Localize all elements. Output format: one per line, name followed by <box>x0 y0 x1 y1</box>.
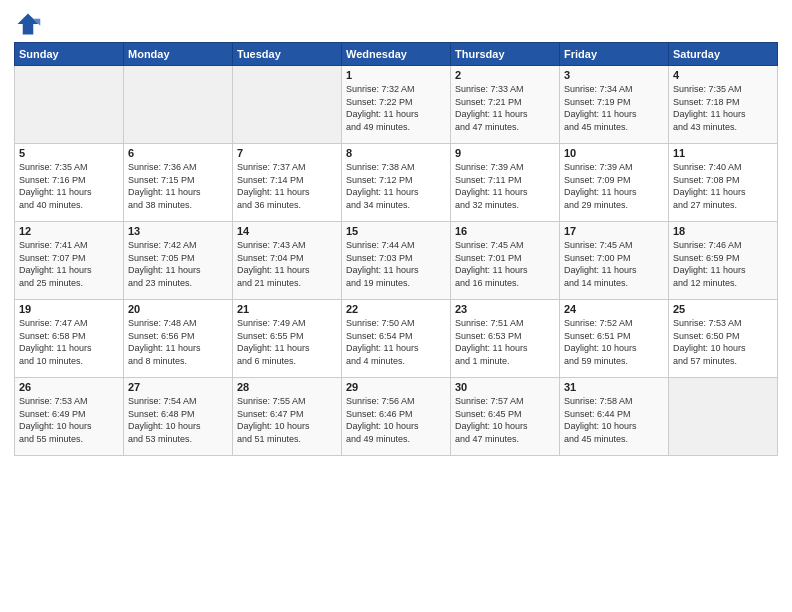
calendar-day: 18Sunrise: 7:46 AMSunset: 6:59 PMDayligh… <box>669 222 778 300</box>
calendar-day: 17Sunrise: 7:45 AMSunset: 7:00 PMDayligh… <box>560 222 669 300</box>
calendar-day: 24Sunrise: 7:52 AMSunset: 6:51 PMDayligh… <box>560 300 669 378</box>
calendar-day: 23Sunrise: 7:51 AMSunset: 6:53 PMDayligh… <box>451 300 560 378</box>
day-number: 5 <box>19 147 119 159</box>
day-number: 6 <box>128 147 228 159</box>
day-info: Sunrise: 7:50 AMSunset: 6:54 PMDaylight:… <box>346 317 446 367</box>
day-info: Sunrise: 7:56 AMSunset: 6:46 PMDaylight:… <box>346 395 446 445</box>
day-number: 4 <box>673 69 773 81</box>
day-info: Sunrise: 7:42 AMSunset: 7:05 PMDaylight:… <box>128 239 228 289</box>
day-number: 11 <box>673 147 773 159</box>
day-info: Sunrise: 7:32 AMSunset: 7:22 PMDaylight:… <box>346 83 446 133</box>
calendar-day: 10Sunrise: 7:39 AMSunset: 7:09 PMDayligh… <box>560 144 669 222</box>
day-info: Sunrise: 7:33 AMSunset: 7:21 PMDaylight:… <box>455 83 555 133</box>
calendar-day: 12Sunrise: 7:41 AMSunset: 7:07 PMDayligh… <box>15 222 124 300</box>
day-number: 23 <box>455 303 555 315</box>
day-info: Sunrise: 7:52 AMSunset: 6:51 PMDaylight:… <box>564 317 664 367</box>
day-number: 26 <box>19 381 119 393</box>
weekday-header-monday: Monday <box>124 43 233 66</box>
svg-marker-0 <box>18 14 39 35</box>
calendar-day: 3Sunrise: 7:34 AMSunset: 7:19 PMDaylight… <box>560 66 669 144</box>
calendar-day <box>124 66 233 144</box>
day-number: 25 <box>673 303 773 315</box>
calendar-week-3: 12Sunrise: 7:41 AMSunset: 7:07 PMDayligh… <box>15 222 778 300</box>
day-number: 10 <box>564 147 664 159</box>
calendar-day: 13Sunrise: 7:42 AMSunset: 7:05 PMDayligh… <box>124 222 233 300</box>
day-number: 24 <box>564 303 664 315</box>
calendar-day: 28Sunrise: 7:55 AMSunset: 6:47 PMDayligh… <box>233 378 342 456</box>
calendar-header: SundayMondayTuesdayWednesdayThursdayFrid… <box>15 43 778 66</box>
day-number: 19 <box>19 303 119 315</box>
calendar-day: 27Sunrise: 7:54 AMSunset: 6:48 PMDayligh… <box>124 378 233 456</box>
day-number: 16 <box>455 225 555 237</box>
day-number: 17 <box>564 225 664 237</box>
calendar-day: 20Sunrise: 7:48 AMSunset: 6:56 PMDayligh… <box>124 300 233 378</box>
day-info: Sunrise: 7:54 AMSunset: 6:48 PMDaylight:… <box>128 395 228 445</box>
weekday-header-sunday: Sunday <box>15 43 124 66</box>
calendar-day: 6Sunrise: 7:36 AMSunset: 7:15 PMDaylight… <box>124 144 233 222</box>
day-info: Sunrise: 7:39 AMSunset: 7:09 PMDaylight:… <box>564 161 664 211</box>
day-number: 7 <box>237 147 337 159</box>
calendar-day <box>15 66 124 144</box>
day-info: Sunrise: 7:53 AMSunset: 6:49 PMDaylight:… <box>19 395 119 445</box>
calendar-day: 8Sunrise: 7:38 AMSunset: 7:12 PMDaylight… <box>342 144 451 222</box>
logo <box>14 10 46 38</box>
day-info: Sunrise: 7:46 AMSunset: 6:59 PMDaylight:… <box>673 239 773 289</box>
day-number: 27 <box>128 381 228 393</box>
day-info: Sunrise: 7:58 AMSunset: 6:44 PMDaylight:… <box>564 395 664 445</box>
calendar-day: 16Sunrise: 7:45 AMSunset: 7:01 PMDayligh… <box>451 222 560 300</box>
weekday-header-thursday: Thursday <box>451 43 560 66</box>
calendar-day: 31Sunrise: 7:58 AMSunset: 6:44 PMDayligh… <box>560 378 669 456</box>
day-number: 18 <box>673 225 773 237</box>
calendar-day: 29Sunrise: 7:56 AMSunset: 6:46 PMDayligh… <box>342 378 451 456</box>
day-number: 20 <box>128 303 228 315</box>
day-number: 9 <box>455 147 555 159</box>
logo-icon <box>14 10 42 38</box>
calendar-week-5: 26Sunrise: 7:53 AMSunset: 6:49 PMDayligh… <box>15 378 778 456</box>
calendar-day: 21Sunrise: 7:49 AMSunset: 6:55 PMDayligh… <box>233 300 342 378</box>
weekday-header-row: SundayMondayTuesdayWednesdayThursdayFrid… <box>15 43 778 66</box>
day-number: 30 <box>455 381 555 393</box>
calendar-day <box>669 378 778 456</box>
day-info: Sunrise: 7:37 AMSunset: 7:14 PMDaylight:… <box>237 161 337 211</box>
day-number: 21 <box>237 303 337 315</box>
day-number: 2 <box>455 69 555 81</box>
day-info: Sunrise: 7:40 AMSunset: 7:08 PMDaylight:… <box>673 161 773 211</box>
calendar-day: 2Sunrise: 7:33 AMSunset: 7:21 PMDaylight… <box>451 66 560 144</box>
day-number: 12 <box>19 225 119 237</box>
weekday-header-tuesday: Tuesday <box>233 43 342 66</box>
day-number: 3 <box>564 69 664 81</box>
day-number: 22 <box>346 303 446 315</box>
day-info: Sunrise: 7:49 AMSunset: 6:55 PMDaylight:… <box>237 317 337 367</box>
day-info: Sunrise: 7:36 AMSunset: 7:15 PMDaylight:… <box>128 161 228 211</box>
day-info: Sunrise: 7:47 AMSunset: 6:58 PMDaylight:… <box>19 317 119 367</box>
calendar-day: 11Sunrise: 7:40 AMSunset: 7:08 PMDayligh… <box>669 144 778 222</box>
day-info: Sunrise: 7:53 AMSunset: 6:50 PMDaylight:… <box>673 317 773 367</box>
calendar-day: 1Sunrise: 7:32 AMSunset: 7:22 PMDaylight… <box>342 66 451 144</box>
day-info: Sunrise: 7:55 AMSunset: 6:47 PMDaylight:… <box>237 395 337 445</box>
calendar-day <box>233 66 342 144</box>
day-info: Sunrise: 7:57 AMSunset: 6:45 PMDaylight:… <box>455 395 555 445</box>
day-number: 28 <box>237 381 337 393</box>
calendar-day: 15Sunrise: 7:44 AMSunset: 7:03 PMDayligh… <box>342 222 451 300</box>
calendar-week-2: 5Sunrise: 7:35 AMSunset: 7:16 PMDaylight… <box>15 144 778 222</box>
day-info: Sunrise: 7:45 AMSunset: 7:01 PMDaylight:… <box>455 239 555 289</box>
calendar-day: 22Sunrise: 7:50 AMSunset: 6:54 PMDayligh… <box>342 300 451 378</box>
day-number: 14 <box>237 225 337 237</box>
calendar-day: 7Sunrise: 7:37 AMSunset: 7:14 PMDaylight… <box>233 144 342 222</box>
calendar-day: 25Sunrise: 7:53 AMSunset: 6:50 PMDayligh… <box>669 300 778 378</box>
header <box>14 10 778 38</box>
calendar-table: SundayMondayTuesdayWednesdayThursdayFrid… <box>14 42 778 456</box>
day-info: Sunrise: 7:38 AMSunset: 7:12 PMDaylight:… <box>346 161 446 211</box>
day-info: Sunrise: 7:43 AMSunset: 7:04 PMDaylight:… <box>237 239 337 289</box>
weekday-header-friday: Friday <box>560 43 669 66</box>
calendar-container: SundayMondayTuesdayWednesdayThursdayFrid… <box>0 0 792 466</box>
day-number: 13 <box>128 225 228 237</box>
calendar-day: 5Sunrise: 7:35 AMSunset: 7:16 PMDaylight… <box>15 144 124 222</box>
day-info: Sunrise: 7:48 AMSunset: 6:56 PMDaylight:… <box>128 317 228 367</box>
calendar-day: 26Sunrise: 7:53 AMSunset: 6:49 PMDayligh… <box>15 378 124 456</box>
calendar-day: 9Sunrise: 7:39 AMSunset: 7:11 PMDaylight… <box>451 144 560 222</box>
calendar-week-4: 19Sunrise: 7:47 AMSunset: 6:58 PMDayligh… <box>15 300 778 378</box>
day-info: Sunrise: 7:35 AMSunset: 7:16 PMDaylight:… <box>19 161 119 211</box>
day-number: 8 <box>346 147 446 159</box>
weekday-header-wednesday: Wednesday <box>342 43 451 66</box>
